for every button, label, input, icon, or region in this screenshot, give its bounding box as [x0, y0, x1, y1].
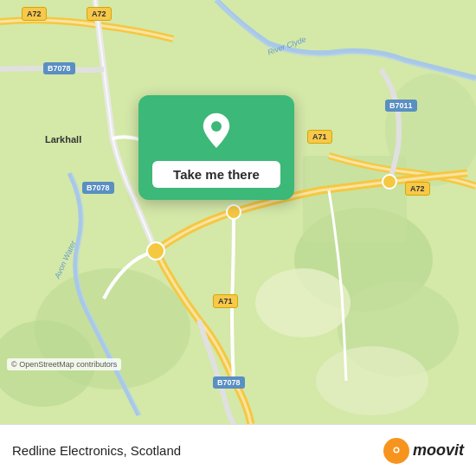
osm-attribution: © OpenStreetMap contributors	[7, 358, 121, 370]
road-label-b7078-mid: B7078	[82, 182, 114, 194]
place-label-larkhall: Larkhall	[45, 134, 81, 145]
road-label-b7078-bot: B7078	[213, 376, 245, 389]
road-label-a72-tl: A72	[22, 7, 47, 21]
road-label-b7078-l: B7078	[43, 62, 75, 74]
svg-point-9	[147, 242, 164, 260]
svg-point-10	[227, 205, 241, 219]
moovit-text: moovit	[413, 441, 464, 460]
road-label-a71-bot: A71	[213, 294, 238, 308]
moovit-icon	[383, 438, 409, 464]
popup-card: Take me there	[138, 95, 294, 200]
svg-point-16	[395, 448, 398, 452]
svg-point-8	[316, 346, 428, 415]
road-label-a71-mid: A71	[307, 130, 332, 144]
map-container: A72 A72 B7078 A71 B7078 B7011 A72 A71 B7…	[0, 0, 476, 424]
road-label-a72-r: A72	[405, 182, 430, 196]
svg-point-11	[383, 175, 396, 189]
take-me-there-button[interactable]: Take me there	[152, 161, 280, 188]
svg-point-7	[255, 268, 351, 338]
location-title: Redline Electronics, Scotland	[12, 443, 181, 458]
bottom-bar: Redline Electronics, Scotland moovit	[0, 424, 476, 476]
svg-point-13	[211, 121, 222, 132]
location-pin-icon	[196, 111, 236, 151]
moovit-logo: moovit	[383, 438, 464, 464]
road-label-a72-t: A72	[87, 7, 112, 21]
road-label-b7011: B7011	[385, 100, 417, 112]
